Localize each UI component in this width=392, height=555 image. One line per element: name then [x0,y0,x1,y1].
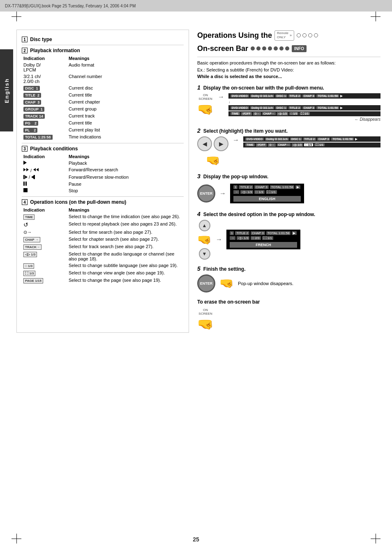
play-icon [23,161,27,165]
step-3: 3 Display the pop-up window. ENTER → 1 T… [197,173,380,205]
meaning-angle: Select to change view angle (see also pa… [67,269,184,277]
enter-btn-5[interactable]: ENTER [197,274,215,292]
indicator-stop [22,187,67,194]
table-row: 3/2.1 ch/2.0/0 ch Channel number [22,73,184,85]
language-sidebar-tab: English [0,49,13,131]
table-row: CHAP 3 Current chapter [22,99,184,106]
section4-header: 4 Operation icons (on the pull-down menu… [22,199,184,205]
remote-only-badge: RemoteONLY » [274,30,294,41]
col-meanings: Meanings [67,55,184,62]
meaning-dolby: Audio format [67,62,184,73]
right-arrow-btn[interactable]: ▶ [214,136,228,151]
page-container: DX-T77&99[UGUX].book Page 25 Tuesday, Fe… [0,0,392,555]
indicator-page: PAGE 1/15 [22,277,67,284]
meaning-page: Select to change the page (see also page… [67,277,184,284]
step3-label: Display the pop-up window. [203,174,268,180]
table-row: ↺ Select to repeat playback (see also pa… [22,221,184,229]
erase-title: To erase the on-screen bar [197,299,260,305]
indicator-ff-rew: / [22,166,67,174]
meaning-pause: Pause [67,181,184,187]
meaning-repeat: Select to repeat playback (see also page… [67,221,184,229]
step-5: 5 Finish the setting. ENTER 🤜 Pop-up win… [197,265,380,292]
table-row: PAGE 1/15 Select to change the page (see… [22,277,184,284]
title-line1: Operations Using the [197,31,272,40]
meaning-time: Select to change the time indication (se… [67,213,184,221]
step1-arrow: → [218,93,224,101]
left-arrow-btn[interactable]: ◀ [197,136,212,151]
indicator-angle: ⛶ 1/3 [22,269,67,277]
popup-disappears: Pop-up window disappears. [238,281,293,286]
step2-bars: DVD-VIDEO Dolby D 3/2.1ch DISC 1 TITLE 2… [243,136,380,148]
popup-bar-3b: → ◁▷ 1/3 □ 1/3 ⛶ 1/1 [233,190,301,194]
indicator-audio: ◁▷ 1/3 [22,251,67,262]
section2-number: 2 [22,48,28,53]
top-header-bar: DX-T77&99[UGUX].book Page 25 Tuesday, Fe… [0,0,392,12]
popup-lang-3: ENGLISH [233,196,301,202]
step4-arrow: → [216,236,222,243]
table-row: Pause [22,181,184,187]
meaning-pg: Current title [67,120,184,127]
section1-title: Disc type [30,37,52,42]
playback-info-table: Indication Meanings Dolby D/LPCM Audio f… [22,55,184,140]
step5-label: Finish the setting. [203,266,246,272]
meaning-disc: Current disc [67,85,184,92]
section2-header: 2 Playback information [22,48,184,53]
enter-btn-3[interactable]: ENTER [197,184,215,203]
section3-title: Playback conditions [30,146,78,152]
table-row: GROUP 1 Current group [22,106,184,113]
step2-body: ◀ ▶ 🤜 → DVD-VIDEO Dolby D 3/2.1ch DISC 1 [197,136,380,167]
dot6 [256,46,261,51]
step4-header: 4 Select the desired option in the pop-u… [197,211,380,217]
meaning-track: Current track [67,113,184,120]
indicator-pl: PL 2 [22,127,67,134]
title-dots [297,33,318,37]
popup-box-4: 1 TITLE 2 CHAP 3 TOTAL 1:01:58 ▶ → ◁▷ 1/… [226,230,300,249]
down-arrow-btn[interactable]: ▼ [199,248,210,260]
popup-lang-4: FRENCH [230,242,297,248]
meaning-sub: Select to change subtitle language (see … [67,262,184,269]
col-meanings2: Meanings [67,153,184,160]
while-text: While a disc is selected as the source..… [197,74,282,79]
col-meanings3: Meanings [67,207,184,213]
indicator-pg: PG 2 [22,120,67,127]
pause-icon [23,182,27,186]
indicator-chap: CHAP 3 [22,99,67,106]
stop-icon [23,188,28,192]
meaning-chap-search: Select for chapter search (see also page… [67,236,184,243]
hand-icon-2: 🤜 [206,154,220,167]
meaning-pl: Current play list [67,127,184,134]
meaning-track-search: Select for track search (see also page 2… [67,243,184,251]
osd-bar-1a: DVD-VIDEO Dolby D 3/2.1ch DISC 1 TITLE 2… [228,93,380,99]
hand-icon-erase: 🤜 [197,316,214,332]
dot7 [262,46,266,51]
step1-body: ONSCREEN 🤜 → DVD-VIDEO Dolby D 3/2.1ch D… [197,93,380,122]
slow-icon: / [23,175,35,180]
indicator-sub: □ 1/3 [22,262,67,269]
meaning-chap: Current chapter [67,99,184,106]
table-row: □ 1/3 Select to change subtitle language… [22,262,184,269]
page-number: 25 [193,536,199,543]
hand-icon-4: 🤜 [197,233,212,246]
indicator-dolby: Dolby D/LPCM [22,62,67,73]
table-row: ◁▷ 1/3 Select to change the audio langua… [22,251,184,262]
step1-divider: ↓ [228,100,380,104]
up-arrow-btn[interactable]: ▲ [199,220,210,231]
step2-num: 2 [197,127,201,134]
indicator-title: TITLE 2 [22,92,67,99]
osd-bar-1b: DVD-VIDEO Dolby D 3/2.1ch DISC 1 TITLE 2… [228,105,380,111]
meaning-stop: Stop [67,187,184,194]
indicator-group: GROUP 1 [22,106,67,113]
step1-num: 1 [197,84,201,91]
section3-number: 3 [22,146,28,152]
table-row: Playback [22,160,184,166]
enter-label-3: ENTER [200,191,213,196]
table-row: DISC 1 Current disc [22,85,184,92]
dot10 [279,46,284,51]
table-row: / Forward/Reverse search [22,166,184,174]
indicator-track-search: TRACK→ [22,243,67,251]
erase-on-screen-label: ONSCREEN [198,308,212,315]
crosshair-br [371,534,380,543]
table-row: TRACK→ Select for track search (see also… [22,243,184,251]
indicator-clock: ⊙→ [22,229,67,236]
on-screen-btn-1: ONSCREEN 🤜 [197,93,214,117]
